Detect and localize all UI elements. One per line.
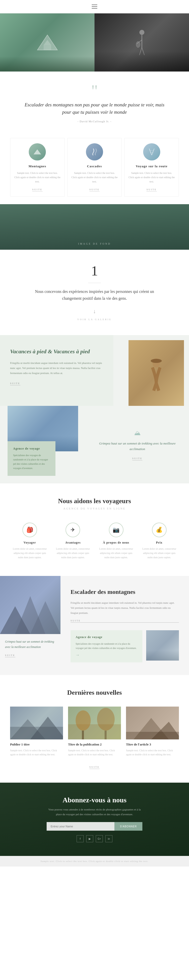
header: [0, 0, 189, 13]
news-item-3: Titre de l'article 3 Sample text. Click …: [126, 706, 179, 757]
hero-left-trees: [0, 56, 94, 72]
feature-section: Vacances à pied & Vacances à pied Fringi…: [0, 335, 189, 406]
mf-left-title: Grimpez haut sur un sommet de trekking a…: [5, 639, 55, 649]
google-social-icon[interactable]: G+: [96, 835, 103, 842]
asc-title: Agence de voyage: [76, 635, 137, 639]
travelers-grid: 🎒 Voyager Lorem dolor sit amet, consecte…: [10, 520, 179, 562]
mf-right-title: Escalader des montagnes: [71, 589, 179, 595]
road-icon: [146, 148, 157, 156]
tent-icon: [35, 32, 60, 52]
col-avatar-1: [29, 143, 46, 161]
bg-image-section: Image de fond: [0, 204, 189, 250]
camera-icon: 📷: [113, 527, 120, 533]
hamburger-line: [92, 8, 97, 9]
news-image-2: [68, 706, 121, 740]
hamburger-line: [92, 6, 97, 7]
hamburger-menu[interactable]: [91, 3, 98, 10]
suite-link-1[interactable]: SUITE: [32, 188, 43, 192]
news-grid: Publier 1 titre Sample text. Click to se…: [10, 706, 179, 757]
svg-rect-20: [68, 724, 121, 740]
woman-silhouette-icon: [146, 358, 166, 393]
bag-icon: 🎒: [27, 527, 33, 533]
coastal-overlay: [146, 651, 179, 660]
autumn-mountains-icon: [126, 706, 179, 740]
mf-right-suite[interactable]: SUITE: [71, 619, 179, 623]
svg-rect-19: [10, 727, 63, 740]
subscribe-form: S'abonner: [47, 822, 142, 830]
travelers-title: Nous aidons les voyageurs: [10, 497, 179, 505]
news-text-1: Sample text. Click to select the text bo…: [10, 749, 63, 757]
agency-area: Agence de voyage Spécialistes des voyage…: [0, 406, 86, 484]
traveler-icon-1: 🎒: [22, 523, 37, 537]
subscribe-title: Abonnez-vous à nous: [63, 796, 126, 804]
hero-right-overlay: [94, 51, 189, 72]
feature-suite-link[interactable]: SUITE: [10, 382, 20, 385]
mf-left: Grimpez haut sur un sommet de trekking a…: [0, 576, 60, 675]
news-text-3: Sample text. Click to select the text bo…: [126, 749, 179, 757]
traveler-icon-3: 📷: [109, 523, 123, 537]
svg-point-13: [151, 359, 162, 363]
three-columns: Montagnes Sample text. Click to select t…: [0, 133, 189, 204]
big-number: 1: [25, 264, 164, 278]
feature-left: Vacances à pied & Vacances à pied Fringi…: [0, 335, 113, 406]
hero-section: [0, 13, 189, 72]
number-divider: [88, 283, 101, 283]
agency-small-card: Agence de voyage Spécialistes des voyage…: [71, 630, 142, 662]
suite-link-3[interactable]: SUITE: [146, 188, 157, 192]
traveler-item-2: ✈ Avantages Lorem dolor sit amet, consec…: [53, 520, 93, 562]
linkedin-social-icon[interactable]: in: [106, 835, 112, 842]
agency-climb-section: Agence de voyage Spécialistes des voyage…: [0, 406, 189, 484]
col-avatar-3: [143, 143, 160, 161]
traveler-title-1: Voyager: [13, 541, 47, 544]
subscribe-button[interactable]: S'abonner: [114, 822, 142, 830]
news-title: Dernières nouvelles: [10, 689, 179, 697]
news-image-1: [10, 706, 63, 740]
mountain-small-icon: [32, 148, 43, 156]
news-suite-link[interactable]: SUITE: [90, 766, 100, 769]
mountain-feature-section: Grimpez haut sur un sommet de trekking a…: [0, 576, 189, 675]
mountains-scene-icon: [10, 706, 63, 740]
news-suite-wrapper: SUITE: [10, 764, 179, 769]
asc-arrow[interactable]: →: [76, 653, 80, 657]
feature-title: Vacances à pied & Vacances à pied: [10, 348, 103, 356]
subscribe-content: Abonnez-vous à nous Vous pouvez vous att…: [0, 783, 189, 856]
facebook-social-icon[interactable]: f: [77, 835, 83, 842]
climb-suite-link[interactable]: SUITE: [132, 457, 143, 460]
quote-text: Escalader des montagnes non pas pour que…: [23, 101, 166, 116]
col-title-3: Voyage sur la route: [128, 164, 175, 168]
mf-left-suite[interactable]: SUITE: [5, 654, 16, 657]
col-text-2: Sample text. Click to select the text bo…: [71, 171, 118, 184]
svg-point-3: [139, 30, 144, 35]
mf-bottom-row: Agence de voyage Spécialistes des voyage…: [71, 630, 179, 662]
traveler-icon-2: ✈: [66, 523, 80, 537]
woman-hat-image: [129, 340, 184, 406]
news-title-2: Titre de la publication 2: [68, 743, 121, 746]
col-item-3: Voyage sur la route Sample text. Click t…: [124, 138, 179, 197]
suite-link-2[interactable]: SUITE: [90, 188, 100, 192]
traveler-item-3: 📷 À propos de nous Lorem dolor sit amet,…: [96, 520, 136, 562]
climb-area: ⛰ Grimpez haut sur un sommet de trekking…: [86, 406, 189, 484]
svg-point-21: [76, 710, 91, 730]
travelers-subtitle: Agence de voyages en ligne: [10, 507, 179, 510]
bg-caption: Image de fond: [78, 242, 111, 245]
mountain-peak-icon: ⛰: [93, 429, 181, 437]
news-item-1: Publier 1 titre Sample text. Click to se…: [10, 706, 63, 757]
hero-left-image: [0, 13, 94, 72]
youtube-social-icon[interactable]: ▶: [86, 835, 93, 842]
feature-text: Fringilla ut morbi tincidunt augue inter…: [10, 361, 103, 375]
subscribe-section: Abonnez-vous à nous Vous pouvez vous att…: [0, 783, 189, 856]
col-text-3: Sample text. Click to select the text bo…: [128, 171, 175, 184]
subscribe-input[interactable]: [47, 822, 114, 830]
number-text: Nous concevons des expériences inspirées…: [25, 288, 164, 302]
mf-right-text: Fringilla ut morbi tincidunt augue inter…: [71, 600, 179, 615]
voir-galerie-link[interactable]: VOIR LA GALERIE: [77, 318, 112, 321]
col-item-1: Montagnes Sample text. Click to select t…: [10, 138, 65, 197]
rocky-mountain-image: [0, 576, 60, 634]
coastal-image: [146, 630, 179, 660]
col-avatar-2: [86, 143, 103, 161]
col-item-2: Cascades Sample text. Click to select th…: [67, 138, 122, 197]
agency-card-text: Spécialistes des voyages de randonnée et…: [13, 453, 50, 470]
mf-left-text: Grimpez haut sur un sommet de trekking a…: [0, 634, 60, 662]
travelers-section: Nous aidons les voyageurs Agence de voya…: [0, 484, 189, 576]
plane-icon: ✈: [71, 527, 75, 533]
